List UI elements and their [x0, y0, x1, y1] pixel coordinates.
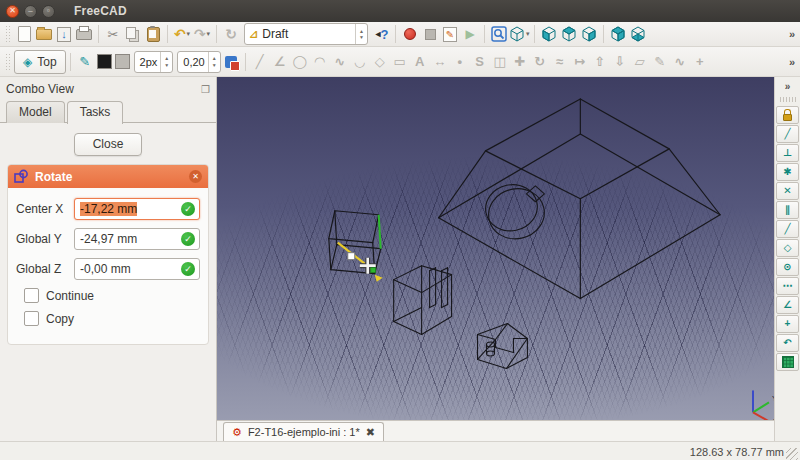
global-y-input[interactable]: -24,97 mm ✓	[74, 228, 200, 250]
snap-ortho[interactable]: ⋯	[776, 277, 799, 295]
workbench-selector[interactable]: ⊿ Draft ▲▼	[244, 23, 368, 45]
snap-extension[interactable]: ╱	[776, 220, 799, 238]
draft-line[interactable]: ╱	[250, 52, 270, 72]
view-bottom-button[interactable]	[628, 24, 648, 44]
print-button[interactable]	[74, 24, 94, 44]
center-x-input[interactable]: -17,22 mm ✓	[74, 198, 200, 220]
redo-dropdown-icon[interactable]: ▾	[207, 30, 211, 38]
draft-rectangle[interactable]: ▭	[390, 52, 410, 72]
text-scale-spinbox[interactable]: 0,20 ▲▼	[177, 51, 220, 73]
rotate-panel-title: Rotate	[35, 170, 72, 184]
toolbar-overflow-button[interactable]: »	[789, 28, 795, 40]
window-minimize-button[interactable]: –	[24, 5, 37, 18]
whats-this-button[interactable]: ◄?	[371, 24, 391, 44]
toolbar-grip[interactable]	[6, 26, 11, 42]
resize-grip[interactable]	[786, 448, 798, 460]
macro-play-button[interactable]: ▶	[460, 24, 480, 44]
draft-bezier[interactable]: ◡	[350, 52, 370, 72]
draft-bspline[interactable]: ∿	[330, 52, 350, 72]
toolbar-grip[interactable]	[6, 54, 11, 70]
task-close-button[interactable]: Close	[74, 133, 142, 156]
snap-dimensions[interactable]: +	[776, 315, 799, 333]
undo-button[interactable]: ↶▾	[172, 24, 192, 44]
document-tab[interactable]: ⚙ F2-T16-ejemplo-ini : 1* ✖	[223, 422, 384, 441]
draft-offset[interactable]: ≈	[550, 52, 570, 72]
snap-parallel[interactable]: ∥	[776, 201, 799, 219]
draft-downgrade-icon: ⇩	[614, 55, 625, 68]
line-color-swatch[interactable]	[97, 54, 112, 69]
macro-stop-button[interactable]	[420, 24, 440, 44]
snap-working-plane[interactable]: ↶	[776, 334, 799, 352]
view-axonometric-button[interactable]: ▾	[509, 24, 530, 44]
new-file-button[interactable]	[14, 24, 34, 44]
view-front-button[interactable]	[539, 24, 559, 44]
document-tab-close-icon[interactable]: ✖	[366, 426, 375, 439]
snap-intersection[interactable]: ∠	[776, 296, 799, 314]
draft-scale[interactable]: ▱	[630, 52, 650, 72]
tab-model[interactable]: Model	[6, 101, 65, 123]
line-width-spinbox[interactable]: 2px ▲▼	[134, 51, 174, 73]
snap-special[interactable]: ◇	[776, 239, 799, 257]
redo-button[interactable]: ↷▾	[192, 24, 212, 44]
set-style-button[interactable]: ✎	[75, 52, 95, 72]
view-dropdown-icon[interactable]: ▾	[526, 30, 530, 38]
view-top-button[interactable]	[559, 24, 579, 44]
draft-edit[interactable]: ✎	[650, 52, 670, 72]
status-bar: 128.63 x 78.77 mm	[0, 441, 800, 460]
snap-midpoint[interactable]: ⊥	[776, 144, 799, 162]
rotate-panel-close-icon[interactable]: ✕	[189, 170, 202, 183]
undo-dropdown-icon[interactable]: ▾	[187, 30, 191, 38]
draft-downgrade[interactable]: ⇩	[610, 52, 630, 72]
draft-point[interactable]: •	[450, 52, 470, 72]
snap-endpoint[interactable]: ╱	[776, 125, 799, 143]
macro-record-button[interactable]	[400, 24, 420, 44]
box-selection-button[interactable]	[489, 24, 509, 44]
window-close-button[interactable]: ✕	[6, 5, 19, 18]
draft-rotate[interactable]: ↻	[530, 52, 550, 72]
save-button[interactable]: ↓	[54, 24, 74, 44]
question-icon: ?	[380, 27, 388, 42]
draft-move[interactable]: ✚	[510, 52, 530, 72]
refresh-button[interactable]: ↻	[221, 24, 241, 44]
cut-button[interactable]: ✂	[103, 24, 123, 44]
draft-wire[interactable]: ∠	[270, 52, 290, 72]
face-color-swatch[interactable]	[115, 54, 130, 69]
draft-trimex[interactable]: ↦	[570, 52, 590, 72]
snap-lock[interactable]	[776, 106, 799, 124]
paste-button[interactable]	[143, 24, 163, 44]
snap-grid[interactable]	[776, 353, 799, 371]
draft-circle[interactable]: ◯	[290, 52, 310, 72]
line-width-spinner[interactable]: ▲▼	[160, 52, 172, 72]
open-file-button[interactable]	[34, 24, 54, 44]
continue-checkbox[interactable]	[24, 288, 39, 303]
draft-add-point[interactable]: +	[690, 52, 710, 72]
toolbar-overflow-button[interactable]: »	[789, 56, 795, 68]
copy-button[interactable]	[123, 24, 143, 44]
view-rear-button[interactable]	[608, 24, 628, 44]
toolbar-overflow-button[interactable]: »	[785, 81, 791, 92]
apply-style-button[interactable]	[221, 52, 241, 72]
toolbar-grip[interactable]	[780, 97, 796, 102]
3d-viewport[interactable]: Y X	[217, 77, 774, 420]
text-scale-spinner[interactable]: ▲▼	[208, 52, 220, 72]
snap-angle[interactable]: ✱	[776, 163, 799, 181]
draft-arc[interactable]: ◠	[310, 52, 330, 72]
dock-float-icon[interactable]: ❐	[201, 84, 210, 95]
snap-near[interactable]: ⊙	[776, 258, 799, 276]
draft-dimension[interactable]: ↔	[430, 52, 450, 72]
draft-facebinder[interactable]: ◫	[490, 52, 510, 72]
global-z-input[interactable]: -0,00 mm ✓	[74, 258, 200, 280]
copy-checkbox[interactable]	[24, 311, 39, 326]
macro-edit-button[interactable]: ✎	[440, 24, 460, 44]
workbench-spinner[interactable]: ▲▼	[355, 24, 367, 44]
draft-wire-to-bspline[interactable]: ∿	[670, 52, 690, 72]
draft-upgrade[interactable]: ⇧	[590, 52, 610, 72]
draft-text[interactable]: A	[410, 52, 430, 72]
draft-polygon[interactable]: ◇	[370, 52, 390, 72]
window-maximize-button[interactable]: ▫	[42, 5, 55, 18]
view-right-button[interactable]	[579, 24, 599, 44]
tab-tasks[interactable]: Tasks	[67, 101, 124, 124]
draft-shapestring[interactable]: S	[470, 52, 490, 72]
snap-center[interactable]: ✕	[776, 182, 799, 200]
working-plane-button[interactable]: ◈ Top	[14, 50, 66, 74]
